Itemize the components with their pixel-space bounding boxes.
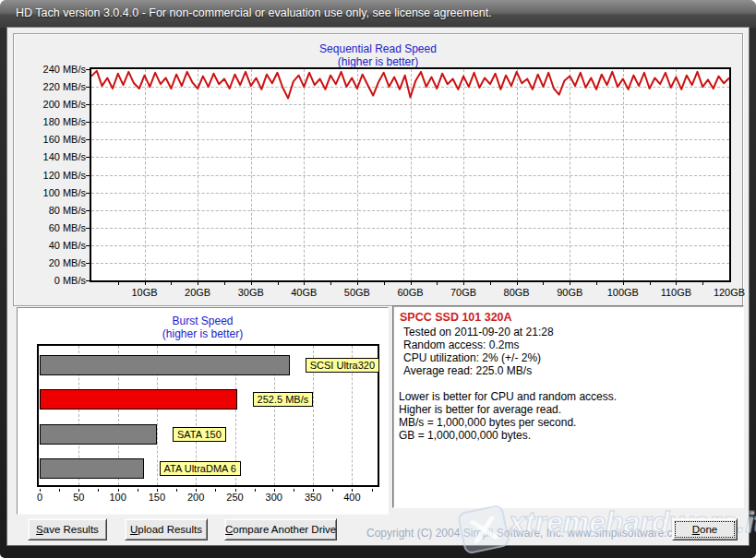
window-title: HD Tach version 3.0.4.0 - For non-commer… bbox=[16, 6, 492, 19]
x-axis-label: 10GB bbox=[117, 287, 173, 298]
bar-x-axis-tick bbox=[176, 489, 177, 492]
line-chart-title: Sequential Read Speed bbox=[14, 42, 742, 55]
x-axis-label: 90GB bbox=[542, 287, 597, 298]
x-axis-tick bbox=[437, 282, 438, 285]
bar-x-axis-label: 250 bbox=[217, 492, 254, 503]
bar-x-axis-tick bbox=[313, 489, 314, 492]
x-axis-tick bbox=[543, 282, 544, 285]
bar-x-axis-tick bbox=[294, 489, 294, 492]
burst-speed-panel: Burst Speed (higher is better) SCSI Ultr… bbox=[17, 307, 389, 515]
y-axis-label: 240 MB/s bbox=[7, 64, 86, 75]
watermark-x-logo bbox=[457, 504, 510, 554]
line-chart-plot bbox=[90, 67, 731, 282]
average-read-line: Average read: 225.0 MB/s bbox=[403, 364, 532, 377]
title-bar[interactable]: HD Tach version 3.0.4.0 - For non-commer… bbox=[0, 0, 756, 28]
bar-x-axis-label: 350 bbox=[294, 492, 331, 503]
x-axis-tick bbox=[623, 282, 624, 285]
y-axis-label: 200 MB/s bbox=[7, 99, 86, 110]
bar-x-axis-tick bbox=[138, 489, 138, 492]
bar-x-axis-tick bbox=[372, 489, 373, 492]
x-axis-label: 60GB bbox=[383, 287, 438, 298]
x-axis-tick bbox=[702, 282, 703, 285]
x-axis-tick bbox=[676, 282, 677, 285]
x-axis-label: 100GB bbox=[595, 287, 651, 298]
x-axis-tick bbox=[171, 282, 172, 285]
cpu-utilization-line: CPU utilization: 2% (+/- 2%) bbox=[403, 351, 541, 364]
burst-bar bbox=[40, 424, 157, 445]
bar-x-axis-tick bbox=[118, 489, 119, 492]
note-mbs-definition: MB/s = 1,000,000 bytes per second. bbox=[399, 416, 576, 429]
bar-x-axis-tick bbox=[40, 489, 41, 492]
bar-x-axis-tick bbox=[352, 489, 353, 492]
bar-x-axis-label: 200 bbox=[177, 492, 214, 503]
x-axis-label: 30GB bbox=[223, 287, 279, 298]
y-axis-label: 140 MB/s bbox=[7, 151, 86, 162]
bar-x-axis-tick bbox=[98, 489, 99, 492]
x-axis-tick bbox=[357, 282, 358, 285]
y-axis-label: 20 MB/s bbox=[7, 257, 86, 268]
x-axis-tick bbox=[490, 282, 491, 285]
bar-x-axis-tick bbox=[332, 489, 333, 492]
burst-bar bbox=[40, 355, 290, 375]
x-axis-tick bbox=[198, 282, 198, 285]
bar-label-tag: 252.5 MB/s bbox=[253, 392, 314, 407]
upload-results-button[interactable]: Upload Results bbox=[125, 518, 208, 540]
y-axis-label: 100 MB/s bbox=[7, 187, 86, 198]
x-axis-label: 110GB bbox=[648, 287, 703, 298]
line-chart-y-axis: 240 MB/s220 MB/s200 MB/s180 MB/s160 MB/s… bbox=[7, 67, 90, 282]
save-results-button[interactable]: Save Results bbox=[28, 518, 107, 540]
x-axis-tick bbox=[118, 282, 119, 285]
note-lower-better: Lower is better for CPU and random acces… bbox=[399, 390, 617, 403]
bar-x-axis-label: 0 bbox=[21, 492, 58, 503]
bar-x-axis-tick bbox=[78, 489, 79, 492]
drive-name: SPCC SSD 101 320A bbox=[400, 311, 512, 324]
bar-x-axis-tick bbox=[59, 489, 60, 492]
y-axis-label: 120 MB/s bbox=[7, 170, 86, 181]
x-axis-tick bbox=[330, 282, 331, 285]
bar-x-axis-tick bbox=[157, 489, 158, 492]
x-axis-tick bbox=[304, 282, 305, 285]
x-axis-label: 70GB bbox=[436, 287, 491, 298]
x-axis-tick bbox=[384, 282, 385, 285]
bar-x-axis-tick bbox=[255, 489, 256, 492]
x-axis-tick bbox=[411, 282, 412, 285]
bar-x-axis-tick bbox=[235, 489, 236, 492]
x-axis-tick bbox=[278, 282, 279, 285]
bar-label-tag: SATA 150 bbox=[173, 427, 226, 442]
done-button[interactable]: Done bbox=[672, 518, 738, 540]
bar-x-axis-tick bbox=[274, 489, 275, 492]
random-access-line: Random access: 0.2ms bbox=[403, 338, 519, 351]
bar-chart-title: Burst Speed bbox=[18, 315, 388, 327]
x-axis-label: 120GB bbox=[702, 287, 756, 298]
read-speed-line bbox=[91, 69, 729, 280]
burst-bar bbox=[40, 389, 237, 410]
client-area: Sequential Read Speed (higher is better)… bbox=[7, 28, 749, 545]
y-axis-label: 220 MB/s bbox=[7, 81, 86, 92]
x-axis-label: 20GB bbox=[170, 287, 225, 298]
bar-x-axis-label: 50 bbox=[60, 492, 97, 503]
bar-x-axis-label: 300 bbox=[256, 492, 293, 503]
y-axis-label: 160 MB/s bbox=[7, 134, 86, 145]
bar-chart-x-axis: 050100150200250300350400 bbox=[39, 492, 383, 505]
bar-x-axis-tick bbox=[215, 489, 216, 492]
x-axis-label: 80GB bbox=[489, 287, 545, 298]
x-axis-tick bbox=[145, 282, 146, 285]
x-axis-tick bbox=[650, 282, 651, 285]
bar-x-axis-tick bbox=[196, 489, 197, 492]
x-axis-tick bbox=[517, 282, 518, 285]
note-gb-definition: GB = 1,000,000,000 bytes. bbox=[399, 429, 531, 442]
y-axis-label: 80 MB/s bbox=[7, 205, 86, 216]
bar-chart-plot: SCSI Ultra320252.5 MB/sSATA 150ATA Ultra… bbox=[37, 344, 379, 487]
x-axis-tick bbox=[570, 282, 570, 285]
x-axis-tick bbox=[463, 282, 464, 285]
x-axis-tick bbox=[251, 282, 252, 285]
compare-another-drive-button[interactable]: Compare Another Drive bbox=[224, 518, 337, 540]
x-axis-label: 50GB bbox=[330, 287, 385, 298]
bar-label-tag: ATA UltraDMA 6 bbox=[160, 461, 241, 476]
x-axis-label: 40GB bbox=[276, 287, 331, 298]
bar-label-tag: SCSI Ultra320 bbox=[306, 358, 379, 373]
y-axis-label: 0 MB/s bbox=[7, 275, 86, 286]
drive-info-panel: SPCC SSD 101 320A Tested on 2011-09-20 a… bbox=[392, 305, 744, 508]
y-axis-label: 180 MB/s bbox=[7, 116, 86, 127]
bar-x-axis-label: 100 bbox=[100, 492, 137, 503]
